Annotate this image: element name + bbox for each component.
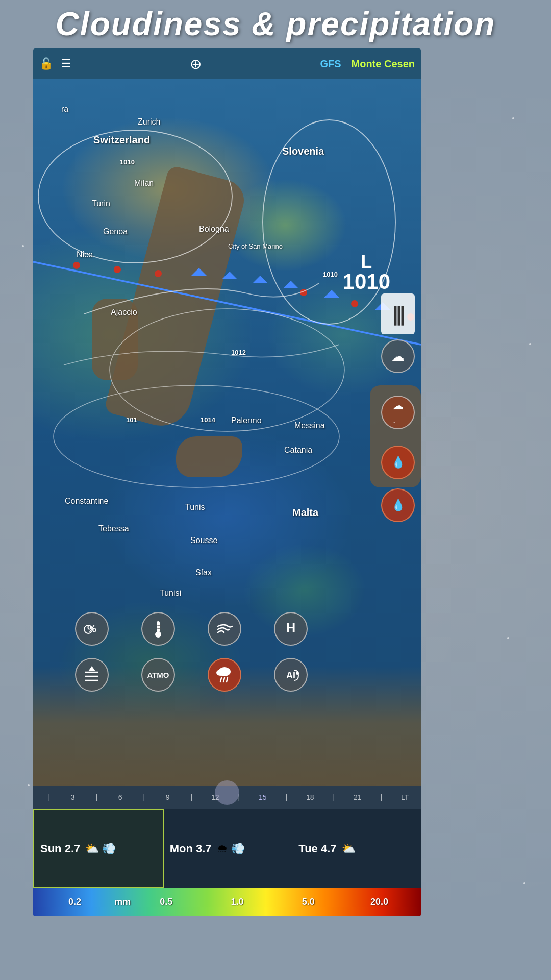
svg-rect-21 [157,625,161,626]
low-pressure-letter: L [343,253,390,271]
timeline-tick-6: 6 [109,793,133,801]
app-container: 🔓 ☰ ⊕ GFS Monte Cesen [33,48,421,916]
svg-rect-22 [157,628,161,629]
pressure-1012: 1012 [231,349,246,356]
legend-value-1: 0.5 [131,897,202,908]
timeline-tick-21: 21 [346,793,370,801]
timeline-tick-sep6: | [322,793,346,801]
rain-drops-right2-button[interactable]: 💧 [381,488,415,522]
pressure-1010-nw: 1010 [120,158,135,166]
forecast-icon-sun-wind: 💨 [102,842,116,855]
forecast-day-mon-label: Mon 3.7 [170,842,212,855]
timeline-unit: LT [393,793,417,801]
header-center: ⊕ [71,56,320,72]
svg-point-34 [296,672,299,675]
svg-point-29 [216,670,224,676]
svg-text:AI: AI [286,670,295,680]
timeline-tick-15: 15 [251,793,275,801]
pressure-101-partial: 101 [126,416,137,424]
layers-icon: ||| [392,303,404,326]
timeline-tick-sep3: | [180,793,204,801]
rain-drops-right2-icon: 💧 [391,499,405,512]
svg-line-32 [227,678,228,682]
cloud-bottom-button[interactable]: ☁‥ [381,396,415,429]
crosshair-icon[interactable]: ⊕ [190,56,202,72]
layers-up-button[interactable] [75,658,109,692]
header-right: GFS Monte Cesen [320,58,415,70]
cloud-top-button[interactable]: ☁ [381,339,415,373]
header-left: 🔓 ☰ [39,57,71,70]
forecast-bar: Sun 2.7 ⛅ 💨 Mon 3.7 🌧 💨 Tue 4.7 ⛅ [33,809,421,888]
tab-location[interactable]: Monte Cesen [352,58,415,70]
map-area[interactable]: Zurich Switzerland Milan Turin Genoa Bol… [33,79,421,809]
temperature-button[interactable] [141,612,175,646]
forecast-day-mon-icons: 🌧 💨 [217,842,248,855]
svg-rect-19 [157,621,160,632]
precipitation-button[interactable] [208,658,241,692]
svg-text:H: H [286,620,296,635]
page-title: Cloudiness & precipitation [0,5,551,43]
rain-drops-right1-button[interactable]: 💧 [381,446,415,479]
legend-value-0: 0.2 [39,897,110,908]
forecast-day-tue-label: Tue 4.7 [298,842,336,855]
forecast-day-sun-label: Sun 2.7 [40,842,80,855]
humidity-button[interactable]: % [75,612,109,646]
forecast-icon-mon-wind: 💨 [231,842,245,855]
cloud-top-icon: ☁ [391,349,405,364]
pressure-1010-ne: 1010 [323,271,338,278]
ai-icon: AI [281,665,300,684]
ai-button[interactable]: AI [274,658,308,692]
tab-gfs[interactable]: GFS [320,58,341,70]
atmo-button[interactable]: ATMO [141,658,175,692]
timeline-scrubber[interactable] [215,780,239,805]
cloud-bottom-icon: ☁‥ [392,399,404,426]
timeline-tick-sep5: | [274,793,298,801]
legend-unit: mm [114,897,131,908]
forecast-icon-tue-weather: ⛅ [342,842,356,855]
forecast-icon-sun-weather: ⛅ [85,842,99,855]
timeline-tick-sep7: | [369,793,393,801]
header: 🔓 ☰ ⊕ GFS Monte Cesen [33,48,421,79]
lock-icon[interactable]: 🔓 [39,57,53,70]
timeline-tick-18: 18 [298,793,322,801]
legend-value-4: 20.0 [344,897,415,908]
menu-icon[interactable]: ☰ [61,57,71,70]
wind-button[interactable] [208,612,241,646]
temperature-icon [148,619,168,639]
precipitation-icon [214,665,235,685]
layers-up-icon [82,665,102,684]
high-pressure-icon: H [281,619,300,639]
pressure-1014: 1014 [201,416,215,424]
svg-point-20 [155,631,161,638]
timeline-tick-9: 9 [156,793,180,801]
high-pressure-button[interactable]: H [274,612,308,646]
wind-icon [215,619,234,639]
forecast-day-tue-icons: ⛅ [342,842,356,855]
timeline-tick-sep1: | [85,793,109,801]
low-pressure-indicator: L 1010 [343,253,390,292]
atmo-label: ATMO [147,671,169,679]
svg-line-31 [223,678,224,682]
forecast-day-sun-icons: ⛅ 💨 [85,842,119,855]
svg-line-30 [220,678,221,682]
layers-button[interactable]: ||| [381,293,415,334]
timeline-tick-0: | [37,793,61,801]
humidity-icon: % [82,619,102,639]
forecast-day-mon[interactable]: Mon 3.7 🌧 💨 [164,809,293,888]
timeline-tick-sep2: | [132,793,156,801]
legend-value-2: 1.0 [202,897,272,908]
legend-value-3: 5.0 [273,897,344,908]
land-sicily [176,436,242,477]
rain-drops-right1-icon: 💧 [391,456,405,469]
forecast-icon-mon-weather: 🌧 [217,842,228,855]
timeline-tick-3: 3 [61,793,85,801]
forecast-day-sun[interactable]: Sun 2.7 ⛅ 💨 [33,809,164,888]
land-sardinia [92,299,138,380]
legend-bar: 0.2 mm 0.5 1.0 5.0 20.0 [33,888,421,916]
low-pressure-value: 1010 [343,271,390,292]
forecast-day-tue[interactable]: Tue 4.7 ⛅ [292,809,421,888]
svg-marker-27 [88,666,95,671]
